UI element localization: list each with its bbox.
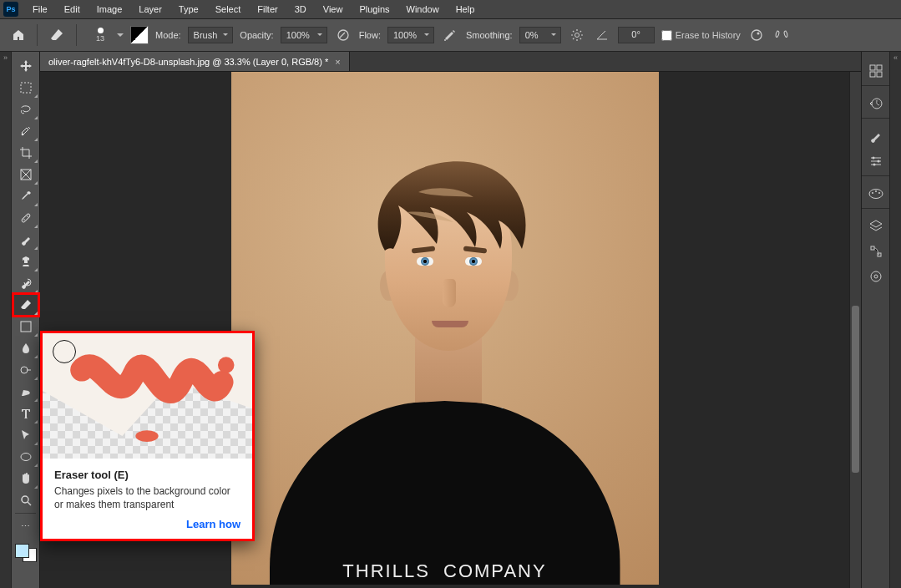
type-tool[interactable] bbox=[13, 403, 38, 424]
color-swatches[interactable] bbox=[15, 544, 37, 562]
zoom-tool[interactable] bbox=[13, 489, 38, 511]
eyedropper-tool[interactable] bbox=[13, 185, 38, 207]
menu-image[interactable]: Image bbox=[89, 2, 130, 17]
angle-input[interactable]: 0° bbox=[618, 27, 655, 43]
frame-tool[interactable] bbox=[13, 164, 38, 185]
brush-tool[interactable] bbox=[13, 229, 38, 251]
swatches-icon[interactable] bbox=[865, 183, 887, 205]
angle-icon[interactable] bbox=[593, 26, 611, 44]
svg-point-26 bbox=[878, 192, 880, 194]
tshirt-text-line1: THRILLS COMPANY bbox=[270, 560, 620, 582]
svg-point-10 bbox=[27, 215, 28, 217]
mode-label: Mode: bbox=[155, 30, 181, 40]
menu-type[interactable]: Type bbox=[171, 2, 206, 17]
marquee-tool[interactable] bbox=[13, 77, 38, 99]
shape-tool[interactable] bbox=[13, 446, 38, 468]
svg-point-6 bbox=[21, 134, 23, 136]
hand-tool[interactable] bbox=[13, 468, 38, 489]
home-icon[interactable] bbox=[10, 27, 27, 43]
menu-select[interactable]: Select bbox=[208, 2, 249, 17]
svg-rect-16 bbox=[877, 65, 882, 70]
svg-point-32 bbox=[135, 430, 158, 442]
brushes-icon[interactable] bbox=[865, 125, 887, 147]
quick-select-tool[interactable] bbox=[13, 120, 38, 142]
menu-help[interactable]: Help bbox=[448, 2, 483, 17]
move-tool[interactable] bbox=[13, 55, 38, 77]
mode-select[interactable]: Brush bbox=[188, 27, 234, 43]
foreground-color-swatch[interactable] bbox=[15, 544, 29, 558]
lasso-tool[interactable] bbox=[13, 99, 38, 120]
panels-icon[interactable] bbox=[865, 60, 887, 82]
airbrush-icon[interactable] bbox=[441, 26, 459, 44]
scroll-thumb[interactable] bbox=[852, 306, 859, 473]
layers-icon[interactable] bbox=[865, 215, 887, 237]
app-menubar: Ps File Edit Image Layer Type Select Fil… bbox=[0, 0, 901, 18]
document-tab-title: oliver-ragfelt-khV4fTy6-D8-unsplash.jpg … bbox=[48, 57, 328, 67]
menu-3d[interactable]: 3D bbox=[287, 2, 314, 17]
flow-select[interactable]: 100% bbox=[387, 27, 434, 43]
paths-icon[interactable] bbox=[865, 241, 887, 262]
pressure-opacity-icon[interactable] bbox=[334, 26, 352, 44]
toolbar-expand-gutter[interactable]: » bbox=[0, 52, 12, 588]
svg-point-30 bbox=[874, 275, 878, 278]
pressure-size-icon[interactable] bbox=[747, 26, 766, 44]
menu-layer[interactable]: Layer bbox=[131, 2, 170, 17]
healing-tool[interactable] bbox=[13, 207, 38, 229]
menu-view[interactable]: View bbox=[316, 2, 351, 17]
eraser-tool[interactable] bbox=[13, 294, 38, 316]
opacity-select[interactable]: 100% bbox=[281, 27, 327, 43]
svg-rect-18 bbox=[877, 72, 882, 77]
blur-tool[interactable] bbox=[13, 337, 38, 359]
right-expand-gutter[interactable]: « bbox=[889, 52, 901, 588]
history-brush-tool[interactable] bbox=[13, 272, 38, 294]
menu-edit[interactable]: Edit bbox=[57, 2, 88, 17]
svg-point-13 bbox=[21, 454, 31, 461]
tooltip-title: Eraser tool (E) bbox=[54, 469, 240, 481]
svg-rect-17 bbox=[870, 72, 875, 77]
smoothing-options-icon[interactable] bbox=[568, 26, 586, 44]
menu-file[interactable]: File bbox=[25, 2, 55, 17]
crop-tool[interactable] bbox=[13, 142, 38, 164]
svg-rect-8 bbox=[21, 213, 30, 222]
path-select-tool[interactable] bbox=[13, 424, 38, 446]
menu-filter[interactable]: Filter bbox=[250, 2, 285, 17]
tooltip-learn-link[interactable]: Learn how bbox=[186, 518, 240, 530]
svg-rect-5 bbox=[21, 83, 31, 93]
history-icon[interactable] bbox=[865, 93, 887, 114]
brush-preset-picker[interactable]: 13 bbox=[87, 22, 124, 48]
adjustments-icon[interactable] bbox=[865, 150, 887, 172]
smoothing-select[interactable]: 0% bbox=[519, 27, 561, 43]
svg-point-21 bbox=[877, 160, 879, 163]
svg-point-0 bbox=[338, 30, 348, 40]
svg-point-20 bbox=[872, 157, 874, 160]
symmetry-icon[interactable] bbox=[772, 26, 791, 44]
gradient-tool[interactable] bbox=[13, 316, 38, 337]
svg-rect-15 bbox=[870, 65, 875, 70]
svg-point-25 bbox=[875, 190, 877, 192]
opacity-label: Opacity: bbox=[240, 30, 273, 40]
svg-point-3 bbox=[752, 30, 762, 40]
brush-size-label: 13 bbox=[96, 34, 104, 43]
close-icon[interactable]: × bbox=[335, 57, 340, 67]
right-panels-collapsed bbox=[861, 52, 889, 588]
tooltip-preview bbox=[43, 333, 252, 459]
channels-icon[interactable] bbox=[865, 266, 887, 287]
brush-settings-toggle-icon[interactable] bbox=[130, 26, 149, 44]
vertical-scrollbar[interactable] bbox=[849, 72, 861, 588]
svg-point-2 bbox=[575, 33, 579, 38]
svg-point-9 bbox=[23, 219, 25, 220]
document-tab[interactable]: oliver-ragfelt-khV4fTy6-D8-unsplash.jpg … bbox=[40, 52, 350, 71]
svg-rect-27 bbox=[871, 246, 874, 250]
tooltip-description: Changes pixels to the background color o… bbox=[54, 484, 240, 511]
erase-to-history-checkbox[interactable]: Erase to History bbox=[661, 30, 741, 41]
eraser-icon[interactable] bbox=[48, 26, 66, 44]
menu-window[interactable]: Window bbox=[399, 2, 447, 17]
flow-label: Flow: bbox=[359, 30, 381, 40]
clone-stamp-tool[interactable] bbox=[13, 251, 38, 272]
menu-plugins[interactable]: Plugins bbox=[352, 2, 397, 17]
dodge-tool[interactable] bbox=[13, 359, 38, 381]
svg-point-14 bbox=[22, 496, 28, 503]
edit-toolbar-icon[interactable]: ⋯ bbox=[13, 515, 38, 537]
tool-tooltip: Eraser tool (E) Changes pixels to the ba… bbox=[40, 331, 255, 541]
pen-tool[interactable] bbox=[13, 381, 38, 403]
